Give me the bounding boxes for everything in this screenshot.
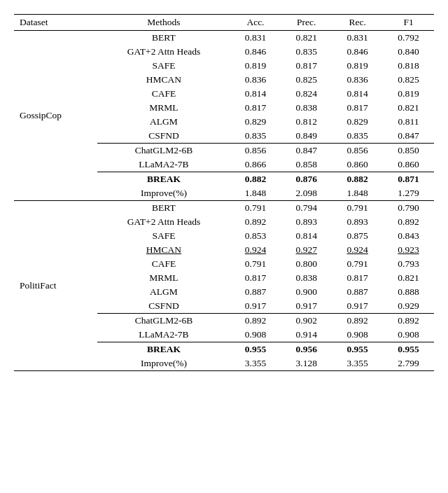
method-cell: LLaMA2-7B xyxy=(97,158,230,172)
f1-cell: 0.860 xyxy=(383,158,434,172)
col-acc: Acc. xyxy=(230,15,281,31)
method-cell: Improve(%) xyxy=(97,356,230,371)
rec-cell: 0.836 xyxy=(332,73,383,87)
f1-cell: 0.955 xyxy=(383,342,434,357)
acc-cell: 0.917 xyxy=(230,299,281,314)
table-row: GossipCopBERT0.8310.8210.8310.792 xyxy=(14,31,434,46)
method-cell: SAFE xyxy=(97,229,230,243)
method-cell: ChatGLM2-6B xyxy=(97,144,230,158)
f1-cell: 0.923 xyxy=(383,243,434,257)
col-dataset: Dataset xyxy=(14,15,97,31)
f1-cell: 0.871 xyxy=(383,172,434,187)
rec-cell: 0.908 xyxy=(332,328,383,342)
acc-cell: 1.848 xyxy=(230,186,281,201)
rec-cell: 0.860 xyxy=(332,158,383,172)
f1-cell: 0.793 xyxy=(383,257,434,271)
acc-cell: 0.853 xyxy=(230,229,281,243)
prec-cell: 0.838 xyxy=(281,101,332,115)
f1-cell: 0.821 xyxy=(383,271,434,285)
method-cell: MRML xyxy=(97,101,230,115)
acc-cell: 0.846 xyxy=(230,45,281,59)
method-cell: GAT+2 Attn Heads xyxy=(97,45,230,59)
rec-cell: 0.829 xyxy=(332,115,383,129)
method-cell: BREAK xyxy=(97,172,230,187)
col-rec: Rec. xyxy=(332,15,383,31)
f1-cell: 0.892 xyxy=(383,314,434,328)
f1-cell: 0.847 xyxy=(383,129,434,144)
acc-cell: 0.892 xyxy=(230,215,281,229)
prec-cell: 0.893 xyxy=(281,215,332,229)
table-container: Dataset Methods Acc. Prec. Rec. F1 Gossi… xyxy=(14,14,434,371)
method-cell: CAFE xyxy=(97,257,230,271)
method-cell: HMCAN xyxy=(97,73,230,87)
prec-cell: 0.849 xyxy=(281,129,332,144)
method-cell: ChatGLM2-6B xyxy=(97,314,230,328)
f1-cell: 0.850 xyxy=(383,144,434,158)
prec-cell: 0.858 xyxy=(281,158,332,172)
table-row: PolitiFactBERT0.7910.7940.7910.790 xyxy=(14,201,434,216)
method-cell: MRML xyxy=(97,271,230,285)
method-cell: ALGM xyxy=(97,285,230,299)
method-cell: BREAK xyxy=(97,342,230,357)
f1-cell: 2.799 xyxy=(383,356,434,371)
acc-cell: 0.817 xyxy=(230,101,281,115)
prec-cell: 0.821 xyxy=(281,31,332,46)
acc-cell: 0.831 xyxy=(230,31,281,46)
acc-cell: 0.791 xyxy=(230,257,281,271)
acc-cell: 0.955 xyxy=(230,342,281,357)
rec-cell: 1.848 xyxy=(332,186,383,201)
prec-cell: 0.814 xyxy=(281,229,332,243)
acc-cell: 0.829 xyxy=(230,115,281,129)
f1-cell: 0.929 xyxy=(383,299,434,314)
acc-cell: 0.924 xyxy=(230,243,281,257)
prec-cell: 0.817 xyxy=(281,59,332,73)
prec-cell: 0.876 xyxy=(281,172,332,187)
rec-cell: 0.831 xyxy=(332,31,383,46)
acc-cell: 0.892 xyxy=(230,314,281,328)
f1-cell: 0.790 xyxy=(383,201,434,216)
rec-cell: 0.924 xyxy=(332,243,383,257)
f1-cell: 0.792 xyxy=(383,31,434,46)
f1-cell: 0.811 xyxy=(383,115,434,129)
method-cell: BERT xyxy=(97,201,230,216)
prec-cell: 0.914 xyxy=(281,328,332,342)
rec-cell: 0.791 xyxy=(332,257,383,271)
prec-cell: 0.917 xyxy=(281,299,332,314)
f1-cell: 0.908 xyxy=(383,328,434,342)
f1-cell: 0.825 xyxy=(383,73,434,87)
rec-cell: 0.875 xyxy=(332,229,383,243)
f1-cell: 0.888 xyxy=(383,285,434,299)
prec-cell: 0.794 xyxy=(281,201,332,216)
rec-cell: 0.817 xyxy=(332,271,383,285)
prec-cell: 0.824 xyxy=(281,87,332,101)
acc-cell: 0.819 xyxy=(230,59,281,73)
prec-cell: 0.812 xyxy=(281,115,332,129)
acc-cell: 0.817 xyxy=(230,271,281,285)
rec-cell: 0.846 xyxy=(332,45,383,59)
prec-cell: 0.902 xyxy=(281,314,332,328)
method-cell: CAFE xyxy=(97,87,230,101)
method-cell: SAFE xyxy=(97,59,230,73)
method-cell: GAT+2 Attn Heads xyxy=(97,215,230,229)
f1-cell: 0.892 xyxy=(383,215,434,229)
f1-cell: 1.279 xyxy=(383,186,434,201)
method-cell: LLaMA2-7B xyxy=(97,328,230,342)
prec-cell: 0.956 xyxy=(281,342,332,357)
acc-cell: 3.355 xyxy=(230,356,281,371)
method-cell: HMCAN xyxy=(97,243,230,257)
prec-cell: 3.128 xyxy=(281,356,332,371)
dataset-cell: GossipCop xyxy=(14,31,97,201)
prec-cell: 0.825 xyxy=(281,73,332,87)
f1-cell: 0.840 xyxy=(383,45,434,59)
prec-cell: 0.927 xyxy=(281,243,332,257)
method-cell: Improve(%) xyxy=(97,186,230,201)
f1-cell: 0.819 xyxy=(383,87,434,101)
col-f1: F1 xyxy=(383,15,434,31)
acc-cell: 0.856 xyxy=(230,144,281,158)
rec-cell: 0.791 xyxy=(332,201,383,216)
rec-cell: 0.893 xyxy=(332,215,383,229)
col-prec: Prec. xyxy=(281,15,332,31)
rec-cell: 0.887 xyxy=(332,285,383,299)
rec-cell: 0.856 xyxy=(332,144,383,158)
method-cell: CSFND xyxy=(97,299,230,314)
